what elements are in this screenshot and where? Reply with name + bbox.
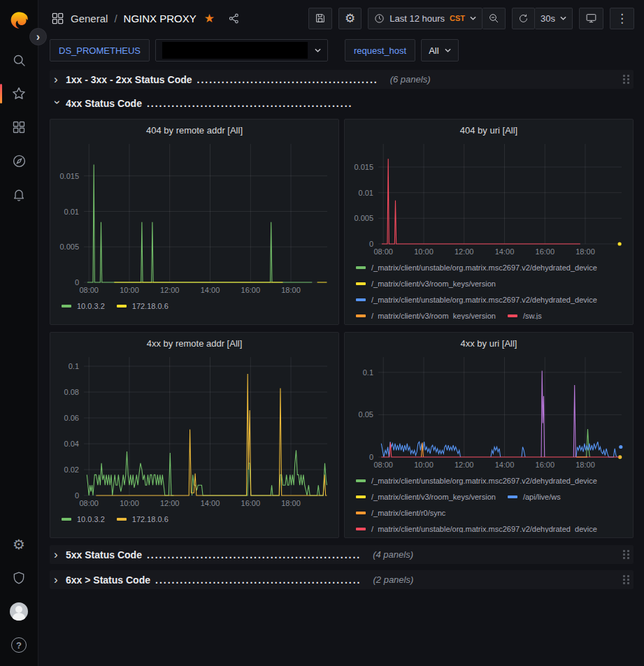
svg-text:12:00: 12:00 (160, 286, 180, 294)
svg-text:0.015: 0.015 (354, 163, 373, 171)
legend-item[interactable]: /_matrix/client/v3/room_keys/version (356, 277, 496, 291)
time-range-picker[interactable]: Last 12 hours CST (368, 8, 482, 29)
chart-canvas[interactable]: 08:0010:0012:0014:0016:0018:0000.020.040… (56, 352, 333, 509)
compass-icon (12, 154, 27, 168)
gear-icon: ⚙ (13, 537, 25, 551)
row-header-5xx[interactable]: › 5xx Status Code ......................… (50, 545, 634, 564)
svg-text:16:00: 16:00 (241, 286, 261, 294)
panel-404-by-remote-addr: 404 by remote addr [All] 08:0010:0012:00… (50, 119, 339, 325)
legend-swatch (356, 282, 366, 285)
legend-label: /api/live/ws (523, 493, 561, 501)
panel-title[interactable]: 404 by uri [All] (350, 122, 627, 139)
legend-label: /_matrix/client/unstable/org.matrix.msc2… (371, 477, 597, 485)
sidebar-item-explore[interactable] (0, 144, 38, 178)
kebab-icon: ⋮ (616, 11, 628, 26)
main-area: General / NGINX PROXY ★ (38, 0, 644, 666)
svg-text:14:00: 14:00 (495, 461, 515, 469)
variable-value: All (429, 45, 438, 56)
legend-swatch (356, 266, 366, 269)
legend-item[interactable]: /_matrix/client/v3/room_keys/version (356, 490, 496, 504)
legend-swatch (356, 298, 366, 301)
svg-text:16:00: 16:00 (241, 499, 261, 507)
legend-label: /_matrix/client/unstable/org.matrix.msc2… (371, 296, 597, 304)
zoom-out-button[interactable] (482, 8, 506, 29)
legend-item[interactable]: 10.0.3.2 (62, 299, 105, 313)
sidebar-item-dashboards[interactable] (0, 110, 38, 144)
panel-legend: /_matrix/client/unstable/org.matrix.msc2… (350, 258, 627, 319)
svg-text:08:00: 08:00 (79, 286, 99, 294)
row-drag-handle[interactable] (622, 574, 631, 586)
star-icon (11, 86, 27, 101)
legend-item[interactable]: /_matrix/client/unstable/org.matrix.msc2… (356, 522, 597, 533)
svg-text:08:00: 08:00 (373, 461, 393, 469)
sidebar-expand-button[interactable]: › (29, 28, 47, 45)
favorite-star-icon[interactable]: ★ (204, 11, 215, 26)
share-button[interactable] (228, 13, 240, 24)
legend-item[interactable]: /_matrix/client/unstable/org.matrix.msc2… (356, 293, 597, 307)
monitor-icon (585, 13, 597, 24)
zoom-out-icon (488, 13, 499, 24)
chevron-down-icon: › (52, 101, 64, 108)
sidebar-item-search[interactable] (0, 43, 38, 77)
legend-item[interactable]: 172.18.0.6 (117, 512, 169, 526)
breadcrumb: General / NGINX PROXY ★ (51, 11, 240, 26)
gear-icon: ⚙ (345, 13, 355, 24)
svg-text:14:00: 14:00 (495, 247, 515, 256)
panel-title[interactable]: 404 by remote addr [All] (56, 122, 333, 139)
legend-item[interactable]: 10.0.3.2 (62, 512, 105, 526)
legend-item[interactable]: /_matrix/client/v3/room_keys/version (356, 309, 496, 319)
row-drag-handle[interactable] (622, 549, 631, 560)
row-header-1xx[interactable]: › 1xx - 3xx - 2xx Status Code ..........… (50, 70, 634, 89)
svg-text:0.005: 0.005 (59, 242, 79, 251)
legend-swatch (117, 518, 127, 521)
more-menu-button[interactable]: ⋮ (610, 8, 634, 29)
svg-text:0.005: 0.005 (354, 214, 373, 222)
legend-label: 10.0.3.2 (77, 515, 105, 523)
tv-mode-button[interactable] (579, 8, 603, 29)
sidebar-item-help[interactable]: ? (0, 628, 38, 662)
legend-item[interactable]: /api/live/ws (508, 490, 561, 504)
dashboard-toolbar: General / NGINX PROXY ★ (38, 0, 644, 36)
legend-item[interactable]: /_matrix/client/unstable/org.matrix.msc2… (356, 474, 597, 488)
legend-item[interactable]: 172.18.0.6 (117, 299, 169, 313)
sidebar-item-alerting[interactable] (0, 178, 38, 211)
chart-canvas[interactable]: 08:0010:0012:0014:0016:0018:0000.050.1 (350, 352, 627, 471)
breadcrumb-section[interactable]: General (71, 13, 108, 24)
toolbar-right: ⚙ Last 12 hours CST (302, 8, 634, 29)
svg-text:16:00: 16:00 (536, 247, 555, 256)
chart-canvas[interactable]: 08:0010:0012:0014:0016:0018:0000.0050.01… (56, 139, 333, 296)
svg-text:0.02: 0.02 (64, 465, 79, 474)
refresh-interval-picker[interactable]: 30s (535, 8, 573, 29)
chart-canvas[interactable]: 08:0010:0012:0014:0016:0018:0000.0050.01… (350, 139, 627, 258)
variable-dropdown-ds[interactable] (155, 39, 328, 61)
sidebar-item-server-admin[interactable] (0, 561, 38, 595)
legend-item[interactable]: /_matrix/client/unstable/org.matrix.msc2… (356, 261, 597, 275)
sidebar-item-configuration[interactable]: ⚙ (0, 528, 38, 561)
panel-legend: 10.0.3.2172.18.0.6 (56, 509, 333, 526)
row-drag-handle[interactable] (622, 73, 631, 85)
legend-item[interactable]: /sw.js (508, 309, 542, 319)
refresh-icon (518, 13, 529, 24)
svg-text:0.1: 0.1 (363, 368, 373, 377)
row-header-6xx[interactable]: › 6xx > Status Code ....................… (50, 570, 634, 589)
panel-title[interactable]: 4xx by remote addr [All] (56, 335, 333, 352)
svg-text:18:00: 18:00 (281, 286, 301, 294)
save-dashboard-button[interactable] (308, 8, 332, 29)
chevron-down-icon (470, 16, 476, 20)
refresh-button[interactable] (512, 8, 535, 29)
dashboard-settings-button[interactable]: ⚙ (338, 8, 362, 29)
legend-swatch (356, 479, 366, 482)
legend-item[interactable]: /_matrix/client/r0/sync (356, 506, 445, 520)
chevron-right-icon: › (54, 549, 61, 560)
row-header-4xx[interactable]: › 4xx Status Code ......................… (50, 94, 634, 113)
svg-text:14:00: 14:00 (201, 499, 220, 507)
breadcrumb-separator: / (114, 13, 117, 24)
variable-dropdown-request-host[interactable]: All (421, 39, 458, 61)
sidebar-item-profile[interactable] (0, 595, 38, 628)
variables-bar: DS_PROMETHEUS request_host All (38, 36, 644, 68)
panel-title[interactable]: 4xx by uri [All] (350, 335, 627, 352)
dashboard-title[interactable]: NGINX PROXY (124, 13, 196, 24)
svg-text:10:00: 10:00 (120, 286, 139, 294)
sidebar-item-starred[interactable] (0, 77, 38, 110)
legend-label: /_matrix/client/unstable/org.matrix.msc2… (371, 525, 597, 533)
